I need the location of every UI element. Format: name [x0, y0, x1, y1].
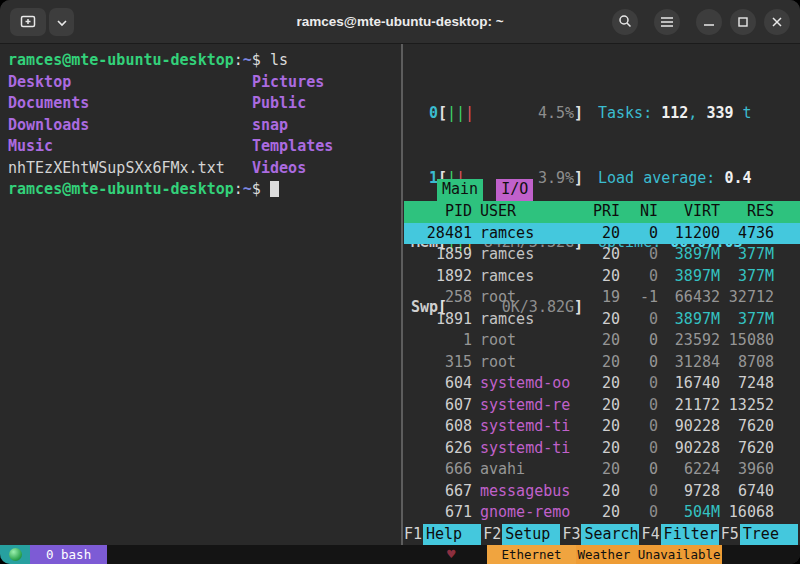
- column-res[interactable]: RES: [720, 201, 774, 223]
- maximize-button[interactable]: [730, 9, 756, 35]
- session-ball-icon: [9, 548, 22, 561]
- process-row[interactable]: 671gnome-remo200504M16068: [404, 502, 800, 524]
- process-row[interactable]: 626systemd-ti200902287620: [404, 438, 800, 460]
- load-average: Load average: 0.4: [598, 168, 752, 190]
- column-virt[interactable]: VIRT: [658, 201, 720, 223]
- fkey-bar: F1Help F2Setup F3Search F4Filter F5Tree: [404, 524, 800, 546]
- maximize-icon: [738, 15, 748, 30]
- prompt-path: ~: [243, 51, 252, 69]
- listing-row: Documents Public: [8, 93, 401, 115]
- tab-io[interactable]: I/O: [496, 179, 533, 201]
- search-icon: [618, 14, 632, 31]
- listing-col1: Downloads: [8, 115, 252, 137]
- process-rows: 28481ramces200112004736 1859ramces200389…: [404, 223, 800, 524]
- listing-row: Desktop Pictures: [8, 72, 401, 94]
- cpu0-meter: 0[|||4.5%]: [410, 103, 583, 125]
- process-row[interactable]: 604systemd-oo200167407248: [404, 373, 800, 395]
- file-listing: Desktop Pictures Documents Public Downlo…: [8, 72, 401, 180]
- listing-col1: nhTEzXEhtWSupSXx6FMx.txt: [8, 158, 252, 180]
- process-row[interactable]: 258root19-16643232712: [404, 287, 800, 309]
- column-pid[interactable]: PID: [404, 201, 472, 223]
- terminal-content: ramces@mte-ubuntu-desktop:~$ ls Desktop …: [0, 44, 800, 564]
- process-row[interactable]: 28481ramces200112004736: [404, 223, 800, 245]
- listing-col2: Pictures: [252, 72, 324, 94]
- listing-col2: Videos: [252, 158, 306, 180]
- tasks-summary: Tasks: 112, 339 t: [598, 103, 752, 125]
- process-row[interactable]: 1859ramces2003897M377M: [404, 244, 800, 266]
- minimize-button[interactable]: [696, 9, 722, 35]
- prompt-line-with-command: ramces@mte-ubuntu-desktop:~$ ls: [8, 50, 401, 72]
- fkey-button[interactable]: F1Help: [404, 524, 483, 546]
- heart-icon: ♥: [447, 545, 455, 564]
- fkey-button[interactable]: F3Search: [562, 524, 641, 546]
- network-status: Ethernet: [487, 545, 576, 564]
- process-table-header[interactable]: PIDUSERPRINIVIRTRES: [404, 201, 800, 223]
- htop-pane[interactable]: 0[|||4.5%] 1[||3.9%] Mem[|||842M/3.32G] …: [404, 44, 800, 545]
- htop-tabs: Main I/O: [410, 179, 533, 201]
- column-pri[interactable]: PRI: [574, 201, 620, 223]
- fkey-button[interactable]: F5Tree: [721, 524, 800, 546]
- column-user[interactable]: USER: [480, 201, 574, 223]
- listing-col2: Templates: [252, 136, 333, 158]
- close-icon: [772, 15, 782, 30]
- process-row[interactable]: 667messagebus20097286740: [404, 481, 800, 503]
- chevron-down-icon: [57, 15, 67, 30]
- listing-row: Downloads snap: [8, 115, 401, 137]
- prompt-user-host: ramces@mte-ubuntu-desktop: [8, 180, 234, 198]
- fkey-button[interactable]: F2Setup: [483, 524, 562, 546]
- listing-col1: Documents: [8, 93, 252, 115]
- command-text: ls: [270, 51, 288, 69]
- listing-col2: snap: [252, 115, 288, 137]
- process-row[interactable]: 1892ramces2003897M377M: [404, 266, 800, 288]
- process-row[interactable]: 315root200312848708: [404, 352, 800, 374]
- bash-pane[interactable]: ramces@mte-ubuntu-desktop:~$ ls Desktop …: [0, 44, 401, 545]
- text-cursor: [270, 181, 279, 197]
- minimize-icon: [704, 15, 714, 30]
- fkey-button[interactable]: F4Filter: [642, 524, 721, 546]
- new-tab-button[interactable]: [10, 8, 46, 36]
- process-row[interactable]: 1root2002359215080: [404, 330, 800, 352]
- status-bar: 0 bash ♥ Ethernet Weather Unavailable: [0, 545, 800, 564]
- hamburger-menu-icon: [661, 15, 673, 30]
- listing-row: Music Templates: [8, 136, 401, 158]
- search-button[interactable]: [612, 9, 638, 35]
- menu-button[interactable]: [654, 9, 680, 35]
- terminal-window: ramces@mte-ubuntu-desktop: ~: [0, 0, 800, 564]
- pane-divider[interactable]: [401, 44, 403, 545]
- new-tab-icon: [20, 13, 36, 32]
- listing-row: nhTEzXEhtWSupSXx6FMx.txt Videos: [8, 158, 401, 180]
- process-row[interactable]: 607systemd-re2002117213252: [404, 395, 800, 417]
- session-indicator: [0, 545, 30, 564]
- prompt-user-host: ramces@mte-ubuntu-desktop: [8, 51, 234, 69]
- listing-col2: Public: [252, 93, 306, 115]
- column-ni[interactable]: NI: [620, 201, 658, 223]
- tab-list-button[interactable]: [49, 8, 74, 36]
- prompt-line-current: ramces@mte-ubuntu-desktop:~$: [8, 179, 401, 201]
- listing-col1: Desktop: [8, 72, 252, 94]
- weather-status: Weather Unavailable: [576, 545, 722, 564]
- prompt-path: ~: [243, 180, 252, 198]
- titlebar: ramces@mte-ubuntu-desktop: ~: [0, 0, 800, 44]
- window-tab-bash[interactable]: 0 bash: [30, 545, 107, 564]
- tab-main[interactable]: Main: [437, 179, 483, 201]
- process-row[interactable]: 666avahi20062243960: [404, 459, 800, 481]
- process-row[interactable]: 1891ramces2003897M377M: [404, 309, 800, 331]
- close-button[interactable]: [764, 9, 790, 35]
- process-row[interactable]: 608systemd-ti200902287620: [404, 416, 800, 438]
- listing-col1: Music: [8, 136, 252, 158]
